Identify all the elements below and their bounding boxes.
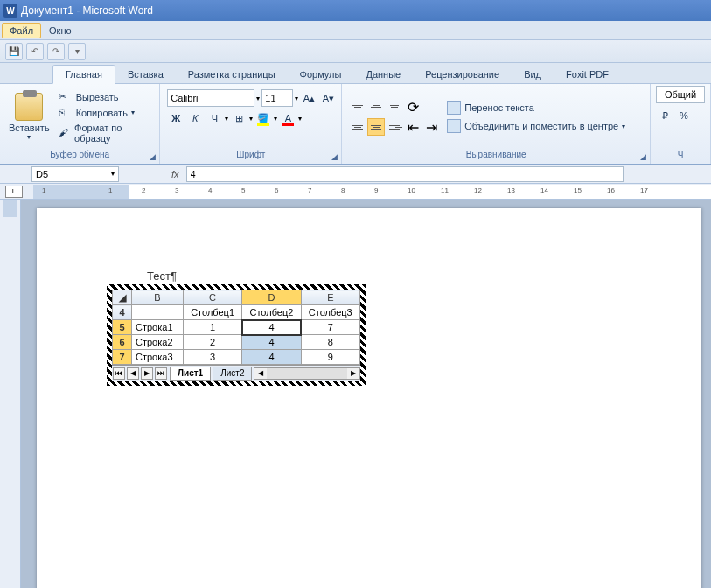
tab-foxit-pdf[interactable]: Foxit PDF bbox=[554, 66, 621, 83]
chevron-down-icon[interactable]: ▾ bbox=[274, 115, 277, 122]
chevron-down-icon[interactable]: ▾ bbox=[256, 94, 260, 102]
qat-undo-icon[interactable]: ↶ bbox=[26, 43, 44, 60]
tab-home[interactable]: Главная bbox=[52, 65, 115, 84]
alignment-launcher-icon[interactable]: ◢ bbox=[638, 151, 648, 162]
number-format-select[interactable] bbox=[656, 86, 705, 103]
cell-e5[interactable]: 7 bbox=[301, 320, 359, 335]
currency-button[interactable]: ₽ bbox=[656, 107, 673, 124]
cell-b5[interactable]: Строка1 bbox=[132, 320, 184, 335]
copy-button[interactable]: ⎘ Копировать ▾ bbox=[59, 106, 153, 120]
ruler-toggle-icon[interactable]: L bbox=[5, 186, 23, 198]
qat-redo-icon[interactable]: ↷ bbox=[47, 43, 65, 60]
ruler-tick: 5 bbox=[241, 186, 245, 194]
qat-save-icon[interactable]: 💾 bbox=[5, 43, 23, 60]
formula-input[interactable] bbox=[186, 166, 624, 182]
border-button[interactable]: ⊞ bbox=[230, 109, 247, 127]
sheet-grid[interactable]: ◢ B C D E 4 Столбец1 Столбец2 Столбец3 bbox=[112, 290, 360, 365]
row-header-5[interactable]: 5 bbox=[113, 320, 132, 335]
ribbon-tabs: Главная Вставка Разметка страницы Формул… bbox=[0, 63, 711, 84]
horizontal-ruler[interactable]: 11234567891011121314151617 bbox=[33, 185, 711, 199]
align-right-button[interactable] bbox=[386, 118, 403, 136]
scroll-left-icon[interactable]: ◀ bbox=[254, 368, 267, 379]
format-painter-button[interactable]: 🖌 Формат по образцу bbox=[59, 122, 153, 144]
cell-e4[interactable]: Столбец3 bbox=[301, 305, 359, 320]
select-all-corner[interactable]: ◢ bbox=[113, 290, 132, 305]
sheet-tab-2[interactable]: Лист2 bbox=[213, 367, 252, 381]
fill-color-button[interactable]: 🪣 bbox=[254, 109, 272, 127]
cell-d7[interactable]: 4 bbox=[242, 350, 301, 365]
cell-c4[interactable]: Столбец1 bbox=[183, 305, 241, 320]
page-container[interactable]: Тест¶ ◢ B C D E 4 Столбец1 Столбец2 bbox=[21, 200, 711, 588]
cell-e6[interactable]: 8 bbox=[301, 335, 359, 350]
sheet-tab-1[interactable]: Лист1 bbox=[170, 367, 211, 381]
tab-data[interactable]: Данные bbox=[353, 66, 413, 83]
shrink-font-button[interactable]: A▾ bbox=[319, 89, 337, 107]
row-header-4[interactable]: 4 bbox=[113, 305, 132, 320]
col-header-d[interactable]: D bbox=[242, 290, 301, 305]
tab-insert[interactable]: Вставка bbox=[115, 66, 176, 83]
decrease-indent-button[interactable]: ⇤ bbox=[404, 118, 422, 136]
name-box[interactable]: D5 ▾ bbox=[31, 166, 119, 182]
sheet-nav-next-icon[interactable]: ▶ bbox=[141, 368, 153, 380]
chevron-down-icon[interactable]: ▾ bbox=[298, 115, 302, 122]
menu-file[interactable]: Файл bbox=[2, 23, 41, 38]
scroll-right-icon[interactable]: ▶ bbox=[347, 368, 359, 379]
tab-review[interactable]: Рецензирование bbox=[413, 66, 512, 83]
row-header-6[interactable]: 6 bbox=[113, 335, 132, 350]
align-center-button[interactable] bbox=[367, 118, 385, 136]
chevron-down-icon[interactable]: ▾ bbox=[249, 115, 253, 122]
align-middle-button[interactable] bbox=[367, 98, 385, 116]
increase-indent-button[interactable]: ⇥ bbox=[422, 118, 440, 136]
embedded-spreadsheet[interactable]: ◢ B C D E 4 Столбец1 Столбец2 Столбец3 bbox=[107, 284, 366, 386]
sheet-nav-last-icon[interactable]: ⏭ bbox=[155, 368, 167, 380]
cell-c6[interactable]: 2 bbox=[183, 335, 241, 350]
font-size-select[interactable] bbox=[261, 89, 293, 107]
ruler-tick: 16 bbox=[607, 186, 615, 194]
vertical-ruler[interactable] bbox=[0, 200, 21, 588]
merge-center-button[interactable]: Объединить и поместить в центре ▾ bbox=[445, 118, 627, 134]
ruler-bar: L 11234567891011121314151617 bbox=[0, 184, 711, 200]
bold-button[interactable]: Ж bbox=[167, 109, 185, 127]
font-color-button[interactable]: A bbox=[279, 109, 296, 127]
cell-d5[interactable]: 4 bbox=[242, 320, 301, 335]
window-title: Документ1 - Microsoft Word bbox=[21, 4, 153, 17]
col-header-e[interactable]: E bbox=[301, 290, 359, 305]
cell-b7[interactable]: Строка3 bbox=[132, 350, 184, 365]
chevron-down-icon[interactable]: ▾ bbox=[225, 115, 228, 122]
sheet-nav-prev-icon[interactable]: ◀ bbox=[127, 368, 139, 380]
col-header-b[interactable]: B bbox=[132, 290, 184, 305]
italic-button[interactable]: К bbox=[186, 109, 204, 127]
qat-customize-icon[interactable]: ▾ bbox=[68, 43, 86, 60]
tab-page-layout[interactable]: Разметка страницы bbox=[176, 66, 288, 83]
tab-formulas[interactable]: Формулы bbox=[288, 66, 354, 83]
orientation-button[interactable]: ⟳ bbox=[404, 98, 422, 116]
cell-d4[interactable]: Столбец2 bbox=[242, 305, 301, 320]
cell-b6[interactable]: Строка2 bbox=[132, 335, 184, 350]
cell-c5[interactable]: 1 bbox=[183, 320, 241, 335]
name-box-value: D5 bbox=[36, 169, 48, 179]
tab-view[interactable]: Вид bbox=[512, 66, 554, 83]
align-left-button[interactable] bbox=[349, 118, 366, 136]
paste-button[interactable]: Вставить ▾ bbox=[3, 91, 55, 143]
cell-b4[interactable] bbox=[132, 305, 184, 320]
cell-c7[interactable]: 3 bbox=[183, 350, 241, 365]
align-top-button[interactable] bbox=[349, 98, 366, 116]
cell-d6[interactable]: 4 bbox=[242, 335, 301, 350]
fx-icon[interactable]: fx bbox=[171, 169, 179, 179]
col-header-c[interactable]: C bbox=[183, 290, 241, 305]
wrap-text-button[interactable]: Перенос текста bbox=[445, 100, 627, 116]
cut-button[interactable]: ✂ Вырезать bbox=[59, 90, 153, 104]
underline-button[interactable]: Ч bbox=[206, 109, 223, 127]
menu-window[interactable]: Окно bbox=[41, 23, 80, 38]
font-name-select[interactable] bbox=[167, 89, 254, 107]
horizontal-scrollbar[interactable]: ◀ ▶ bbox=[254, 368, 360, 380]
sheet-nav-first-icon[interactable]: ⏮ bbox=[113, 368, 125, 380]
chevron-down-icon[interactable]: ▾ bbox=[295, 94, 298, 102]
percent-button[interactable]: % bbox=[675, 107, 693, 124]
font-launcher-icon[interactable]: ◢ bbox=[329, 151, 339, 162]
grow-font-button[interactable]: A▴ bbox=[300, 89, 317, 107]
clipboard-launcher-icon[interactable]: ◢ bbox=[147, 151, 157, 162]
row-header-7[interactable]: 7 bbox=[113, 350, 132, 365]
cell-e7[interactable]: 9 bbox=[301, 350, 359, 365]
align-bottom-button[interactable] bbox=[386, 98, 403, 116]
